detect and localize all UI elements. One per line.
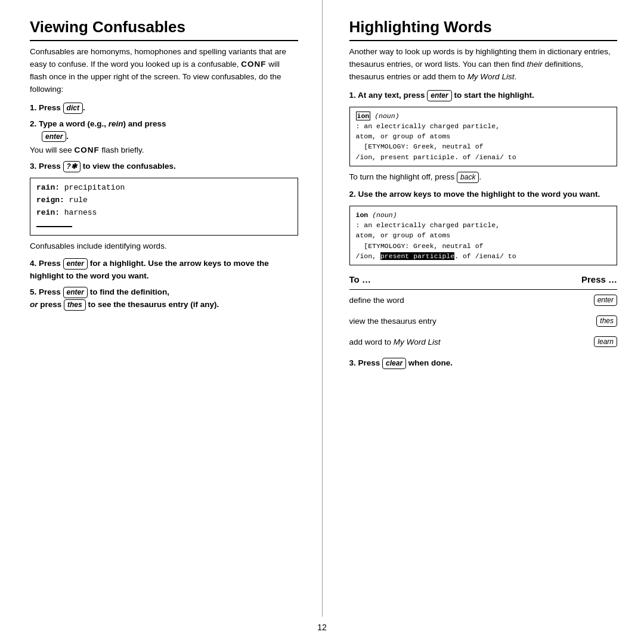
- page-container: Viewing Confusables Confusables are homo…: [0, 0, 644, 644]
- turn-off-text: To turn the highlight off, press back.: [349, 171, 618, 184]
- right-step-3: 3. Press clear when done.: [349, 358, 618, 369]
- step-3: 3. Press ?✱ to view the confusables.: [30, 160, 298, 173]
- enter-key-1: enter: [42, 131, 66, 143]
- step-4: 4. Press enter for a highlight. Use the …: [30, 258, 298, 283]
- step-2-label: 2. Type a word (e.g., rein) and press: [30, 119, 166, 128]
- right-step-1: 1. At any text, press enter to start the…: [349, 89, 618, 102]
- columns: Viewing Confusables Confusables are homo…: [0, 0, 644, 617]
- back-key: back: [457, 172, 479, 183]
- thes-key-table: thes: [596, 315, 617, 327]
- left-title: Viewing Confusables: [30, 18, 298, 41]
- dict-box-1: ion (noun) : an electrically charged par…: [349, 107, 618, 166]
- dict-word-1: ion: [356, 112, 371, 120]
- dict2-line-2: atom, or group of atoms: [356, 230, 611, 240]
- after-box-text: Confusables include identifying words.: [30, 240, 298, 253]
- enter-key-right-1: enter: [427, 90, 451, 101]
- press-table: To … Press … define the word enter view …: [349, 274, 618, 352]
- step-5-or: or press thes to see the thesaurus entry…: [30, 300, 219, 309]
- thes-key-left: thes: [64, 299, 86, 311]
- right-intro: Another way to look up words is by highl…: [349, 46, 618, 83]
- step-2: 2. Type a word (e.g., rein) and press en…: [30, 118, 298, 157]
- table-key-learn: learn: [541, 332, 617, 352]
- dict-box-2: ion (noun) : an electrically charged par…: [349, 206, 618, 265]
- conf-label: CONF: [241, 60, 266, 69]
- table-col2-header: Press …: [541, 274, 617, 290]
- enter-key-2: enter: [63, 258, 88, 270]
- clear-key: clear: [382, 358, 406, 369]
- enter-key-table: enter: [594, 295, 617, 306]
- cursor-line: [36, 219, 292, 232]
- left-intro: Confusables are homonyms, homophones and…: [30, 46, 298, 96]
- dict-line-4: /ïon, present participle. of /ienai/ to: [356, 152, 611, 162]
- right-title: Highlighting Words: [349, 18, 618, 41]
- right-column: Highlighting Words Another way to look u…: [323, 0, 645, 617]
- table-action-learn: add word to My Word List: [349, 332, 542, 352]
- step-1-label: 1. Press dict.: [30, 103, 85, 112]
- confusable-rain: rain: precipitation: [36, 182, 292, 194]
- dict2-line-4: /ïon, present participle. of /ienai/ to: [356, 251, 611, 261]
- dict-line-1: : an electrically charged particle,: [356, 121, 611, 131]
- table-col1-header: To …: [349, 274, 542, 290]
- confusable-rein: rein: harness: [36, 207, 292, 219]
- dict-key: dict: [63, 103, 83, 114]
- table-key-thes: thes: [541, 311, 617, 332]
- enter-key-3: enter: [63, 287, 88, 298]
- dict2-line-3: [ETYMOLOGY: Greek, neutral of: [356, 241, 611, 251]
- dict-pos-2: (noun): [372, 211, 397, 219]
- step-2-subtext: You will see CONF flash briefly.: [30, 144, 298, 157]
- step-3-tail: to view the confusables.: [83, 162, 176, 171]
- table-action-define: define the word: [349, 290, 542, 311]
- table-key-define: enter: [541, 290, 617, 311]
- learn-key-table: learn: [594, 336, 617, 348]
- highlighted-phrase: present participle: [380, 252, 454, 260]
- dict-pos-1: (noun): [374, 112, 399, 120]
- table-action-thes: view the thesaurus entry: [349, 311, 542, 332]
- dict2-line-1: : an electrically charged particle,: [356, 220, 611, 230]
- table-row-define: define the word enter: [349, 290, 618, 311]
- confusable-reign: reign: rule: [36, 194, 292, 207]
- right-step-2: 2. Use the arrow keys to move the highli…: [349, 188, 618, 201]
- dict-box-1-word-line: ion (noun): [356, 111, 611, 121]
- confusables-box: rain: precipitation reign: rule rein: ha…: [30, 178, 298, 236]
- table-row-thesaurus: view the thesaurus entry thes: [349, 311, 618, 332]
- dict-line-3: [ETYMOLOGY: Greek, neutral of: [356, 141, 611, 151]
- step-1: 1. Press dict.: [30, 102, 298, 114]
- page-number: 12: [0, 617, 644, 644]
- dict-box-2-word-line: ion (noun): [356, 210, 611, 220]
- table-row-learn: add word to My Word List learn: [349, 332, 618, 352]
- step-2-key-line: enter.: [30, 132, 69, 141]
- dict-line-2: atom, or group of atoms: [356, 131, 611, 141]
- left-column: Viewing Confusables Confusables are homo…: [0, 0, 323, 617]
- step-5: 5. Press enter to find the definition, o…: [30, 286, 298, 311]
- question-key: ?✱: [63, 161, 80, 172]
